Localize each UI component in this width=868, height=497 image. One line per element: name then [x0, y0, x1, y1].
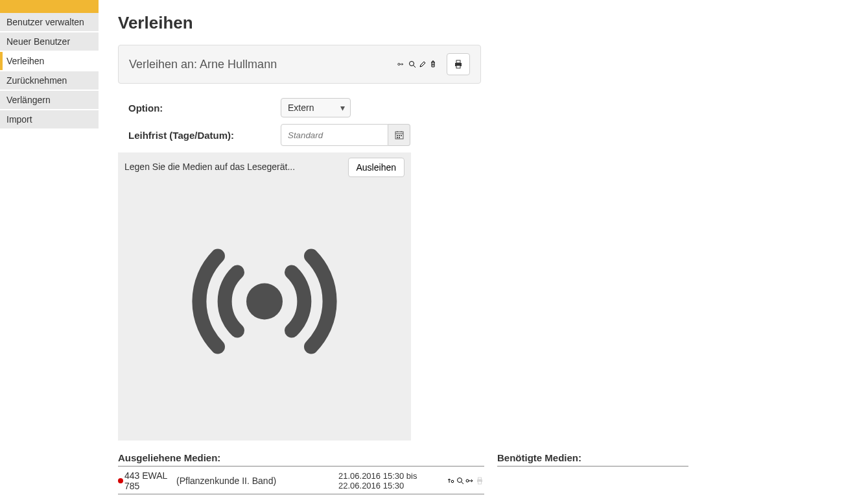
sidebar-item-return[interactable]: Zurücknehmen — [0, 71, 99, 90]
sidebar: Benutzer verwalten Neuer Benutzer Verlei… — [0, 0, 99, 497]
svg-point-16 — [246, 283, 283, 319]
svg-point-0 — [398, 63, 400, 65]
sidebar-item-new-user[interactable]: Neuer Benutzer — [0, 32, 99, 51]
return-icon[interactable] — [446, 476, 455, 485]
search-icon[interactable] — [456, 476, 465, 485]
svg-line-2 — [414, 66, 416, 68]
svg-rect-13 — [401, 135, 402, 136]
option-label: Option: — [128, 103, 281, 114]
sidebar-item-users[interactable]: Benutzer verwalten — [0, 13, 99, 31]
print-button[interactable] — [447, 53, 470, 75]
period-input[interactable] — [281, 124, 388, 146]
sidebar-item-lend[interactable]: Verleihen — [0, 52, 99, 70]
svg-line-19 — [462, 482, 464, 485]
lent-row: 443 EWAL 785 (Pflanzenkunde II. Band) 21… — [118, 469, 484, 494]
svg-point-18 — [458, 478, 462, 483]
svg-rect-4 — [456, 60, 460, 63]
status-dot — [118, 478, 123, 483]
period-label: Leihfrist (Tage/Datum): — [128, 130, 281, 141]
svg-rect-23 — [478, 481, 482, 484]
form-area: Option: Extern Leihfrist (Tage/Datum): — [128, 98, 491, 146]
svg-rect-22 — [478, 478, 482, 479]
reader-prompt: Legen Sie die Medien auf das Lesegerät..… — [124, 158, 343, 172]
row-actions — [445, 476, 484, 485]
sidebar-accent — [0, 0, 99, 13]
lend-panel: Verleihen an: Arne Hullmann — [118, 45, 481, 84]
needed-section: Benötigte Medien: — [497, 452, 688, 494]
lent-heading: Ausgeliehene Medien: — [118, 452, 484, 463]
svg-rect-14 — [397, 137, 398, 138]
trash-icon[interactable] — [428, 60, 438, 69]
reader-area: Legen Sie die Medien auf das Lesegerät..… — [118, 152, 411, 441]
edit-icon[interactable] — [418, 60, 427, 69]
svg-rect-11 — [397, 135, 398, 136]
page-title: Verleihen — [118, 13, 792, 33]
key-arrow-icon[interactable] — [397, 60, 406, 69]
svg-point-17 — [451, 480, 454, 483]
svg-rect-15 — [399, 137, 400, 138]
panel-toolbar — [397, 60, 438, 69]
media-title: (Pflanzenkunde II. Band) — [176, 476, 338, 486]
media-period: 21.06.2016 15:30 bis 22.06.2016 15:30 — [338, 471, 445, 491]
media-code: 443 EWAL 785 — [124, 470, 176, 491]
svg-rect-12 — [399, 135, 400, 136]
option-select[interactable]: Extern — [281, 98, 351, 117]
lent-section: Ausgeliehene Medien: 443 EWAL 785 (Pflan… — [118, 452, 484, 494]
svg-point-1 — [410, 62, 414, 66]
lend-to-label: Verleihen an: Arne Hullmann — [129, 58, 392, 71]
key-arrow-icon[interactable] — [465, 476, 475, 485]
print-icon[interactable] — [475, 476, 484, 485]
rfid-icon — [180, 233, 349, 371]
sidebar-item-import[interactable]: Import — [0, 110, 99, 128]
svg-point-20 — [466, 479, 469, 482]
main-content: Verleihen Verleihen an: Arne Hullmann — [99, 0, 812, 497]
sidebar-item-extend[interactable]: Verlängern — [0, 91, 99, 109]
search-icon[interactable] — [408, 60, 417, 69]
needed-heading: Benötigte Medien: — [497, 452, 688, 463]
calendar-button[interactable] — [388, 124, 410, 146]
svg-rect-5 — [456, 66, 460, 68]
lend-button[interactable]: Ausleihen — [348, 158, 405, 177]
